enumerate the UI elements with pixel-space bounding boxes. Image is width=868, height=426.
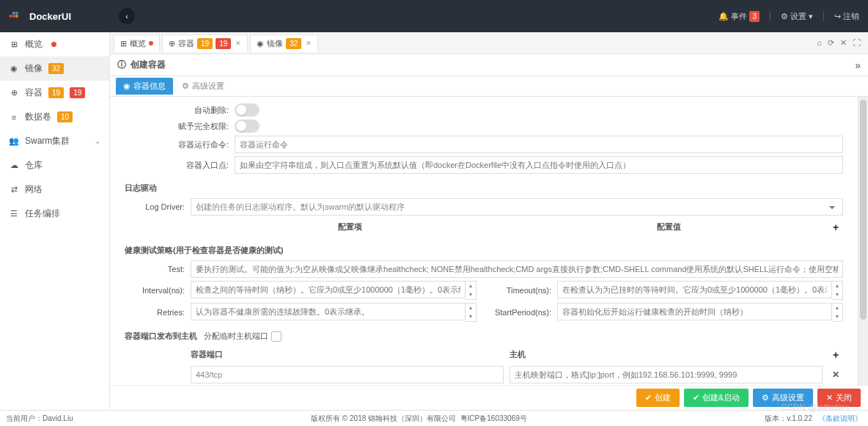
refresh-button[interactable]: ⟳ — [828, 38, 834, 48]
footer-right: 版本：v.1.0.22《条款说明》 — [765, 414, 862, 424]
chevron-down-icon: ⌄ — [95, 137, 100, 145]
form-content: 自动删除: 赋予完全权限: 容器运行命令: 容器入口点: 日志驱动 Log Dr… — [110, 97, 858, 385]
volume-icon: ≡ — [9, 112, 19, 122]
sidebar-item-registry[interactable]: ☁仓库 — [0, 153, 109, 177]
container-icon: ⊕ — [169, 39, 175, 48]
user-label: 当前用户：David.Liu — [6, 414, 73, 424]
settings-link[interactable]: ⚙ 设置 ▾ — [781, 11, 813, 22]
image-icon: ◉ — [9, 64, 19, 74]
sidebar-item-network[interactable]: ⇄网络 — [0, 177, 109, 202]
interval-spinner[interactable]: ▲▼ — [466, 281, 477, 300]
sidebar-item-containers[interactable]: ⊕容器1919 — [0, 81, 109, 105]
sidebar-toggle-button[interactable]: ‹ — [119, 8, 135, 24]
privileged-switch[interactable] — [235, 120, 260, 133]
tabbar: ⊞概览 ⊕容器1919✕ ◉镜像32✕ ⌂ ⟳ ✕ ⛶ — [110, 32, 868, 54]
tab-containers[interactable]: ⊕容器1919✕ — [162, 34, 248, 52]
sidebar-item-tasks[interactable]: ☰任务编排 — [0, 202, 109, 226]
header-actions: 🔔 事件 3 ⚙ 设置 ▾ ↪ 注销 — [718, 11, 859, 22]
footer: 当前用户：David.Liu 版权所有 © 2018 锦翰科技（深圳）有限公司 … — [0, 410, 868, 426]
close-icon[interactable]: ✕ — [306, 40, 312, 47]
add-port-button[interactable]: + — [828, 349, 843, 361]
advanced-button[interactable]: ⚙ 高级设置 — [753, 389, 813, 407]
grid-icon: ⊞ — [120, 39, 127, 48]
task-icon: ☰ — [9, 209, 19, 219]
tab-images[interactable]: ◉镜像32✕ — [250, 34, 318, 52]
info-icon: ⓘ — [117, 59, 126, 71]
main: ⊞概览 ⊕容器1919✕ ◉镜像32✕ ⌂ ⟳ ✕ ⛶ ⓘ 创建容器 » ◉容器… — [110, 32, 868, 410]
startperiod-spinner[interactable]: ▲▼ — [832, 303, 843, 322]
subtabs: ◉容器信息 ⚙高级设置 — [110, 76, 868, 97]
events-link[interactable]: 🔔 事件 3 — [718, 11, 760, 22]
test-input[interactable] — [191, 260, 843, 278]
interval-input[interactable] — [191, 281, 466, 298]
sidebar-item-overview[interactable]: ⊞概览 — [0, 32, 109, 56]
grid-icon: ⊞ — [9, 40, 19, 50]
retries-spinner[interactable]: ▲▼ — [466, 303, 477, 322]
sidebar-item-volumes[interactable]: ≡数据卷10 — [0, 105, 109, 129]
sidebar-item-images[interactable]: ◉镜像32 — [0, 56, 109, 81]
subtab-advanced[interactable]: ⚙高级设置 — [174, 78, 232, 95]
auto-remove-switch[interactable] — [235, 103, 260, 117]
ports-section-title: 容器端口发布到主机 分配临时主机端口 — [125, 331, 843, 342]
entrypoint-input[interactable] — [235, 156, 843, 174]
startperiod-input[interactable] — [557, 303, 832, 320]
sidebar: ⊞概览 ◉镜像32 ⊕容器1919 ≡数据卷10 👥Swarm集群⌄ ☁仓库 ⇄… — [0, 32, 110, 410]
close-all-button[interactable]: ✕ — [840, 38, 847, 48]
close-icon[interactable]: ✕ — [235, 40, 241, 47]
image-icon: ◉ — [257, 39, 264, 48]
log-driver-select[interactable]: 创建的任务的日志驱动程序。默认为swarm的默认驱动程序 — [191, 198, 843, 216]
health-section-title: 健康测试策略(用于检查容器是否健康的测试) — [125, 245, 843, 256]
copyright: 版权所有 © 2018 锦翰科技（深圳）有限公司 粤ICP备16033069号 — [311, 414, 527, 424]
sidebar-item-swarm[interactable]: 👥Swarm集群⌄ — [0, 129, 109, 153]
svg-rect-3 — [12, 12, 15, 14]
docker-logo-icon — [9, 10, 23, 23]
action-bar: ✔ 创建 ✔ 创建&启动 ⚙ 高级设置 ✕ 关闭 — [110, 385, 868, 410]
home-button[interactable]: ⌂ — [817, 38, 822, 48]
close-button[interactable]: ✕ 关闭 — [817, 389, 861, 407]
timeout-spinner[interactable]: ▲▼ — [832, 281, 843, 300]
container-port-1[interactable] — [191, 366, 504, 383]
remove-port-1[interactable]: ✕ — [828, 370, 843, 380]
create-button[interactable]: ✔ 创建 — [636, 389, 680, 407]
scrollbar[interactable] — [858, 97, 868, 385]
collapse-toggle[interactable]: » — [855, 59, 861, 71]
page-titlebar: ⓘ 创建容器 » — [110, 54, 868, 76]
create-run-button[interactable]: ✔ 创建&启动 — [684, 389, 749, 407]
run-cmd-input[interactable] — [235, 136, 843, 153]
svg-rect-0 — [10, 15, 12, 17]
timeout-input[interactable] — [557, 281, 832, 298]
page-title: 创建容器 — [130, 59, 166, 71]
fullscreen-button[interactable]: ⛶ — [853, 38, 861, 48]
logout-link[interactable]: ↪ 注销 — [834, 11, 859, 22]
info-icon: ◉ — [123, 81, 130, 91]
network-icon: ⇄ — [9, 185, 19, 195]
container-icon: ⊕ — [9, 88, 19, 98]
tab-overview[interactable]: ⊞概览 — [114, 34, 160, 52]
retries-input[interactable] — [191, 303, 466, 320]
log-section-title: 日志驱动 — [125, 183, 843, 194]
random-port-checkbox[interactable] — [271, 331, 282, 342]
host-port-1[interactable] — [510, 366, 823, 383]
svg-rect-1 — [12, 15, 15, 17]
gear-icon: ⚙ — [182, 81, 189, 91]
registry-icon: ☁ — [9, 161, 19, 171]
brand: DockerUI — [29, 11, 71, 22]
add-option-button[interactable]: + — [828, 221, 843, 233]
subtab-info[interactable]: ◉容器信息 — [116, 78, 173, 95]
svg-rect-2 — [15, 15, 18, 17]
topbar: DockerUI ‹ 🔔 事件 3 ⚙ 设置 ▾ ↪ 注销 — [0, 0, 868, 32]
svg-rect-4 — [15, 12, 18, 14]
swarm-icon: 👥 — [9, 136, 19, 147]
